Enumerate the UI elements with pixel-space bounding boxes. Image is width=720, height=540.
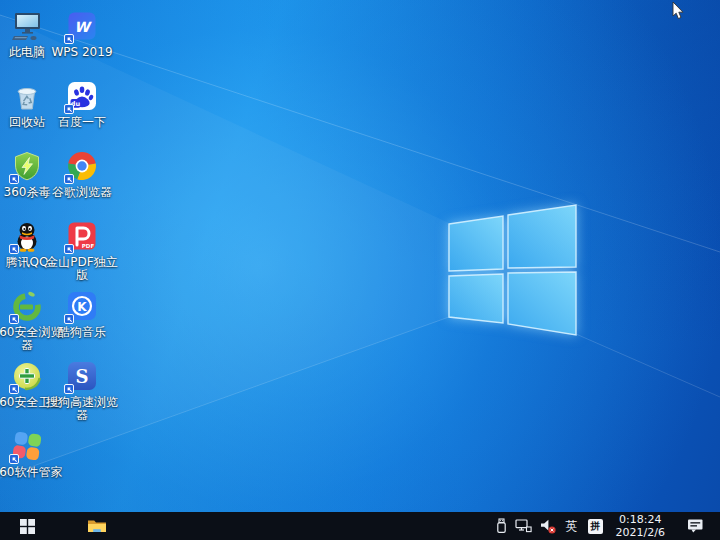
svg-text:K: K — [77, 300, 87, 314]
recycle-bin-icon — [11, 80, 43, 112]
desktop-icon-wps-2019[interactable]: W WPS 2019 — [45, 10, 119, 59]
desktop-icon-360-manager[interactable]: 360软件管家 — [0, 430, 64, 479]
network-tray-button[interactable] — [511, 512, 536, 540]
taskbar-clock[interactable]: 0:18:24 2021/2/6 — [608, 513, 673, 539]
shortcut-arrow-overlay — [9, 454, 19, 464]
file-explorer-icon — [87, 518, 107, 534]
clock-date: 2021/2/6 — [616, 526, 665, 539]
action-center-button[interactable] — [683, 512, 708, 540]
clock-time: 0:18:24 — [619, 513, 661, 526]
desktop-icon-label: 谷歌浏览器 — [52, 186, 112, 199]
screen: 此电脑 W WPS 2019 回收站 — [0, 0, 720, 540]
volume-tray-button[interactable] — [536, 512, 561, 540]
360-secure-browser-icon — [11, 290, 43, 322]
usb-device-tray-button[interactable] — [492, 512, 511, 540]
desktop-icon-label: WPS 2019 — [51, 46, 112, 59]
shortcut-arrow-overlay — [9, 314, 19, 324]
system-tray: 英 拼 0:18:24 2021/2/6 — [492, 512, 720, 540]
shortcut-arrow-overlay — [9, 244, 19, 254]
360-antivirus-icon — [11, 150, 43, 182]
shortcut-arrow-overlay — [64, 314, 74, 324]
desktop-icon-grid: 此电脑 W WPS 2019 回收站 — [0, 0, 720, 512]
file-explorer-button[interactable] — [74, 512, 120, 540]
desktop-icon-kugou[interactable]: K 酷狗音乐 — [45, 290, 119, 339]
shortcut-arrow-overlay — [64, 34, 74, 44]
start-button[interactable] — [4, 512, 50, 540]
shortcut-arrow-overlay — [64, 384, 74, 394]
kingsoft-pdf-icon: PDF — [66, 220, 98, 252]
chrome-icon — [66, 150, 98, 182]
ime-language-button[interactable]: 英 — [561, 512, 583, 540]
360-software-manager-icon — [11, 430, 43, 462]
shortcut-arrow-overlay — [9, 384, 19, 394]
desktop-icon-sogou-browser[interactable]: S 搜狗高速浏览器 — [45, 360, 119, 422]
ime-mode-button[interactable]: 拼 — [588, 519, 603, 534]
shortcut-arrow-overlay — [64, 174, 74, 184]
desktop-icon-label: 酷狗音乐 — [58, 326, 106, 339]
desktop-icon-baidu[interactable]: du 百度一下 — [45, 80, 119, 129]
windows-start-icon — [20, 519, 35, 534]
tencent-qq-icon — [11, 220, 43, 252]
desktop-icon-kingsoft-pdf[interactable]: PDF 金山PDF独立版 — [45, 220, 119, 282]
360-safe-guard-icon — [11, 360, 43, 392]
sogou-browser-icon: S — [66, 360, 98, 392]
this-pc-icon — [11, 10, 43, 42]
svg-text:W: W — [74, 19, 92, 35]
desktop-icon-label: 此电脑 — [9, 46, 45, 59]
network-icon — [515, 519, 532, 533]
kugou-music-icon: K — [66, 290, 98, 322]
taskbar: 英 拼 0:18:24 2021/2/6 — [0, 512, 720, 540]
desktop-icon-label: 360杀毒 — [4, 186, 51, 199]
svg-text:PDF: PDF — [82, 243, 95, 249]
desktop-icon-label: 百度一下 — [58, 116, 106, 129]
shortcut-arrow-overlay — [64, 104, 74, 114]
desktop-icon-label: 回收站 — [9, 116, 45, 129]
usb-device-icon — [496, 518, 507, 534]
desktop-icon-label: 搜狗高速浏览器 — [45, 396, 119, 422]
wps-2019-icon: W — [66, 10, 98, 42]
desktop-icon-chrome[interactable]: 谷歌浏览器 — [45, 150, 119, 199]
desktop-icon-label: 金山PDF独立版 — [45, 256, 119, 282]
desktop-icon-label: 360软件管家 — [0, 466, 62, 479]
baidu-icon: du — [66, 80, 98, 112]
shortcut-arrow-overlay — [64, 244, 74, 254]
volume-muted-icon — [540, 519, 557, 534]
desktop-surface[interactable]: 此电脑 W WPS 2019 回收站 — [0, 0, 720, 512]
action-center-icon — [687, 518, 704, 534]
desktop-icon-label: 腾讯QQ — [6, 256, 49, 269]
svg-text:S: S — [76, 366, 89, 387]
shortcut-arrow-overlay — [9, 174, 19, 184]
